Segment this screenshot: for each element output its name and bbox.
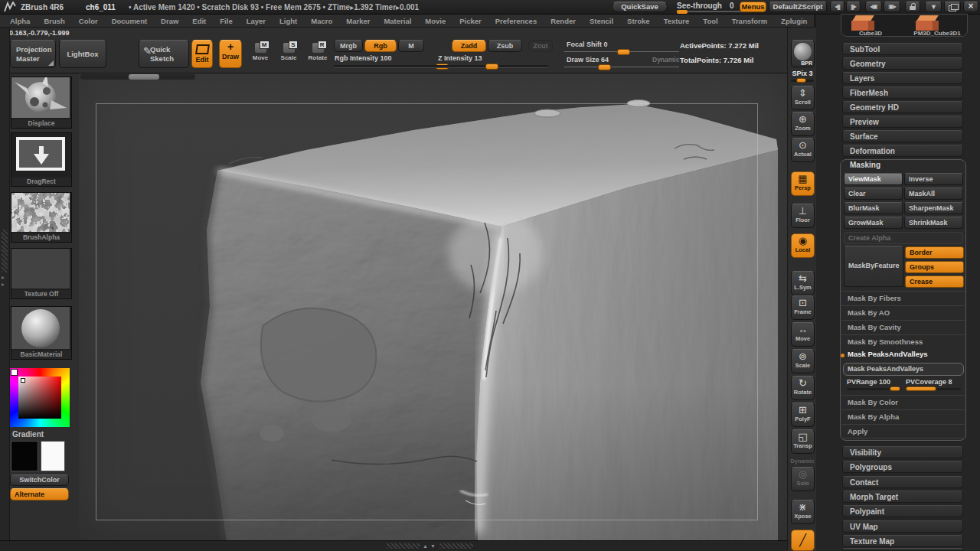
menu-item-macro[interactable]: Macro [304, 17, 339, 25]
saturation-value-square[interactable] [18, 377, 61, 419]
mask-peaks-valleys-button[interactable]: Mask PeaksAndValleys [843, 363, 964, 376]
zadd-button[interactable]: Zadd [452, 40, 486, 52]
sv-selector[interactable] [21, 378, 25, 383]
menu-item-document[interactable]: Document [105, 17, 154, 25]
menu-item-light[interactable]: Light [273, 17, 304, 25]
xpose-button[interactable]: ⋇Xpose [791, 500, 815, 524]
feature-button-groups[interactable]: Groups [905, 261, 964, 273]
mask-by-color-button[interactable]: Mask By Color [841, 395, 965, 409]
masking-item-mask-by-fibers[interactable]: Mask By Fibers [841, 291, 965, 305]
menu-item-transform[interactable]: Transform [725, 17, 774, 25]
rotate-mode-button[interactable]: R Rotate [306, 41, 329, 67]
tool-section-fibermesh[interactable]: FiberMesh [842, 86, 963, 99]
hue-selector[interactable] [11, 369, 18, 376]
collapse-left-tray-icon[interactable]: ◂||| [830, 2, 844, 12]
tool-section-morph-target[interactable]: Morph Target [842, 491, 963, 503]
masking-button-blurmask[interactable]: BlurMask [844, 202, 903, 214]
tool-section-subtool[interactable]: SubTool [842, 43, 963, 55]
canvas-scrollbar-thumb[interactable] [129, 74, 159, 80]
menu-item-edit[interactable]: Edit [185, 17, 213, 25]
pv-section-header[interactable]: Mask PeaksAndValleys [848, 350, 928, 358]
move-mode-button[interactable]: M Move [249, 41, 272, 67]
menu-item-file[interactable]: File [213, 17, 239, 25]
transp-button[interactable]: ◱Transp [791, 429, 815, 454]
scroll-button[interactable]: ⇕Scroll [791, 86, 815, 110]
left-tray-arrows-icon[interactable]: ▸▸ [2, 274, 5, 288]
restore-icon[interactable] [944, 2, 961, 12]
tool-section-uv-map[interactable]: UV Map [842, 520, 963, 533]
masking-button-growmask[interactable]: GrowMask [844, 217, 903, 229]
mask-by-feature-button[interactable]: MaskByFeature [844, 246, 903, 287]
rotate-button[interactable]: ↻Rotate [791, 376, 815, 400]
lsym-button[interactable]: ⇆L.Sym [791, 271, 815, 295]
menus-toggle-button[interactable]: Menus [740, 2, 766, 12]
create-alpha-button[interactable]: Create Alpha [844, 232, 963, 244]
tool-section-texture-map[interactable]: Texture Map [842, 535, 963, 547]
menu-item-stencil[interactable]: Stencil [583, 17, 620, 25]
tray-up-arrow-icon[interactable]: ▲ [423, 543, 428, 549]
edit-mode-button[interactable]: Edit [191, 40, 213, 68]
close-icon[interactable]: × [963, 2, 978, 12]
tool-section-visibility[interactable]: Visibility [842, 446, 963, 458]
actual-button[interactable]: ⊙Actual [791, 138, 815, 162]
feature-button-crease[interactable]: Crease [905, 276, 964, 288]
left-tray-divider[interactable]: ▸▸ [0, 28, 10, 540]
masking-button-clear[interactable]: Clear [844, 187, 903, 200]
masking-button-inverse[interactable]: Inverse [904, 173, 963, 185]
see-through-slider-thumb[interactable] [677, 10, 688, 14]
quick-sketch-button[interactable]: ✎ Quick Sketch [139, 40, 189, 68]
move-button[interactable]: ↔Move [791, 322, 815, 347]
current-texture-button[interactable]: Texture Off [11, 248, 72, 299]
persp-button[interactable]: ▦Persp [791, 171, 815, 196]
rgb-intensity-slider[interactable] [334, 65, 449, 68]
left-tray-grip[interactable] [2, 230, 8, 272]
tool-section-polypaint[interactable]: Polypaint [842, 505, 963, 517]
bottom-tray-grip-2[interactable] [439, 543, 473, 549]
z-intensity-thumb[interactable] [485, 64, 498, 70]
draw-mode-button[interactable]: + Draw [219, 40, 242, 68]
scale-button[interactable]: ⊚Scale [791, 349, 815, 373]
zoom-button[interactable]: ⊕Zoom [791, 112, 815, 136]
tool-section-surface[interactable]: Surface [842, 130, 963, 142]
mrgb-button[interactable]: Mrgb [334, 40, 363, 52]
default-zscript-button[interactable]: DefaultZScript [769, 2, 827, 12]
main-color-swatch[interactable] [11, 441, 38, 471]
tool-section-polygroups[interactable]: Polygroups [842, 461, 963, 473]
m-button[interactable]: M [398, 40, 424, 52]
masking-button-viewmask[interactable]: ViewMask [844, 173, 903, 185]
menu-item-zplugin[interactable]: Zplugin [774, 17, 814, 25]
tool-section-geometry[interactable]: Geometry [842, 57, 963, 70]
frame-button[interactable]: ⊡Frame [791, 295, 815, 320]
pv-coverage-thumb[interactable] [906, 386, 936, 391]
floor-button[interactable]: ⊥Floor [791, 204, 815, 228]
menu-item-marker[interactable]: Marker [339, 17, 377, 25]
menu-item-draw[interactable]: Draw [154, 17, 185, 25]
zsub-button[interactable]: Zsub [488, 40, 522, 52]
tool-section-layers[interactable]: Layers [842, 72, 963, 84]
masking-item-mask-by-ao[interactable]: Mask By AO [841, 305, 965, 320]
projection-master-button[interactable]: Projection Master [10, 40, 56, 68]
current-material-button[interactable]: BasicMaterial [11, 306, 72, 360]
current-alpha-button[interactable]: BrushAlpha [11, 192, 72, 243]
solo-button[interactable]: ◎Solo [791, 467, 815, 491]
masking-button-maskall[interactable]: MaskAll [904, 187, 963, 200]
bpr-render-button[interactable]: BPR [791, 40, 815, 67]
tool-section-contact[interactable]: Contact [842, 476, 963, 488]
menu-item-stroke[interactable]: Stroke [620, 17, 657, 25]
bottom-tray-divider[interactable]: ▲ ▼ [0, 540, 816, 551]
menu-item-texture[interactable]: Texture [657, 17, 697, 25]
document-canvas[interactable] [79, 73, 787, 540]
bottom-tray-grip[interactable] [387, 543, 420, 549]
current-stroke-button[interactable]: DragRect [11, 132, 72, 187]
tool-section-partial[interactable] [842, 548, 963, 551]
mask-by-alpha-button[interactable]: Mask By Alpha [841, 409, 965, 424]
masking-header[interactable]: Masking [850, 161, 880, 169]
minimize-icon[interactable]: ▼ [925, 2, 942, 12]
partial-orange-button[interactable]: ╱ [791, 530, 815, 551]
menu-item-tool[interactable]: Tool [696, 17, 724, 25]
draw-size-thumb[interactable] [598, 64, 611, 70]
masking-item-mask-by-cavity[interactable]: Mask By Cavity [841, 320, 965, 334]
menu-item-layer[interactable]: Layer [240, 17, 273, 25]
zcut-button[interactable]: Zcut [528, 40, 553, 52]
masking-button-shrinkmask[interactable]: ShrinkMask [904, 217, 963, 229]
